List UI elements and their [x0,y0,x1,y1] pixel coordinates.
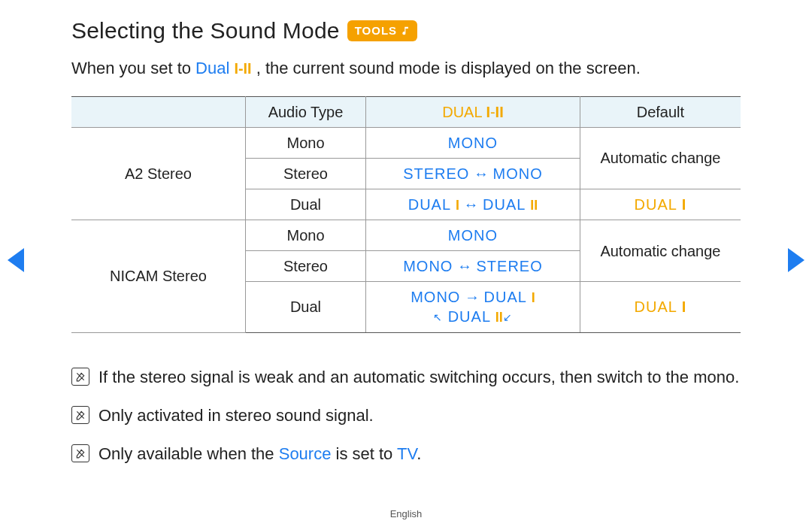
roman-2: II [530,198,538,213]
intro-dual-label: Dual [195,59,234,77]
th-dual-prefix: DUAL [442,104,486,120]
cell-audio: Mono [245,127,365,158]
cell-audio: Dual [245,189,365,220]
note-source-link: Source [279,444,332,463]
roman-2: II [495,310,503,325]
cell-audio: Mono [245,220,365,251]
th-dual-r2: II [495,104,504,120]
table-row: A2 Stereo Mono MONO Automatic change [71,127,741,158]
intro-roman-2: II [244,60,252,77]
right-arrow-icon: → [460,289,483,305]
tools-badge-label: TOOLS [355,23,397,39]
cell-default: Automatic change [580,220,741,282]
sound-mode-table: Audio Type DUAL I-II Default A2 Stereo M… [71,96,741,333]
cell-default: DUAL I [580,282,741,333]
note-text: Only activated in stereo sound signal. [98,403,374,428]
table-header-row: Audio Type DUAL I-II Default [71,96,741,127]
cell-part: STEREO [477,258,543,274]
note-part: . [417,444,421,463]
note-item: If the stereo signal is weak and an auto… [71,365,741,389]
cell-part: DUAL [483,196,530,213]
intro-dash: - [238,60,244,77]
roman-1: I [532,290,535,305]
cell-dual: MONO → DUAL I ↖ DUAL II ↙ [366,282,580,333]
tools-badge: TOOLS [347,20,417,41]
cell-part: DUAL [443,308,495,325]
double-arrow-icon: ↔ [459,196,483,213]
cell-part: DUAL [635,196,682,213]
intro-suffix: , the current sound mode is displayed on… [256,59,641,77]
cell-audio: Stereo [245,158,365,189]
music-note-icon [401,26,411,36]
note-icon [71,444,89,462]
diag-arrow-icon: ↖ [433,310,443,324]
double-arrow-icon: ↔ [469,165,492,182]
th-dual-dash: - [490,104,495,120]
title-row: Selecting the Sound Mode TOOLS [71,18,741,44]
cell-nicam-label: NICAM Stereo [71,220,245,333]
note-part: Only available when the [98,444,279,463]
note-tv-link: TV [397,444,417,463]
note-item: Only available when the Source is set to… [71,441,741,466]
note-icon [71,406,89,424]
cell-part: STEREO [403,165,469,182]
cell-audio: Stereo [245,251,365,282]
cell-dual: STEREO ↔ MONO [366,158,580,189]
cell-audio: Dual [245,282,365,333]
cell-part: DUAL [408,196,456,213]
note-text: If the stereo signal is weak and an auto… [98,365,739,389]
intro-dual: Dual I-II [195,59,256,77]
cell-part: MONO [493,165,543,182]
cell-dual: MONO [366,127,580,158]
cell-default: DUAL I [580,189,741,220]
manual-page: Selecting the Sound Mode TOOLS When you … [0,0,812,466]
page-title: Selecting the Sound Mode [71,18,340,44]
cell-dual: MONO ↔ STEREO [366,251,580,282]
double-arrow-icon: ↔ [453,258,476,274]
intro-prefix: When you set to [71,59,195,77]
th-audio-type: Audio Type [245,96,365,127]
cell-part: DUAL [484,289,532,305]
cell-part: MONO [411,289,460,305]
table-row: NICAM Stereo Mono MONO Automatic change [71,220,741,251]
note-part: is set to [331,444,397,463]
cell-dual: DUAL I ↔ DUAL II [366,189,580,220]
cell-part: MONO [403,258,453,274]
note-item: Only activated in stereo sound signal. [71,403,741,428]
cell-a2-label: A2 Stereo [71,127,245,220]
th-empty [71,96,245,127]
cell-dual: MONO [366,220,580,251]
next-page-button[interactable] [788,248,804,272]
notes-section: If the stereo signal is weak and an auto… [71,365,741,466]
roman-1: I [682,196,687,213]
prev-page-button[interactable] [8,248,24,272]
th-dual: DUAL I-II [366,96,580,127]
th-default: Default [580,96,741,127]
footer-language: English [0,508,812,519]
note-text: Only available when the Source is set to… [98,441,421,466]
note-icon [71,368,89,386]
intro-text: When you set to Dual I-II , the current … [71,57,741,80]
diag-arrow-icon: ↙ [503,310,513,324]
roman-1: I [682,298,687,315]
cell-part: DUAL [635,298,682,315]
cell-default: Automatic change [580,127,741,189]
